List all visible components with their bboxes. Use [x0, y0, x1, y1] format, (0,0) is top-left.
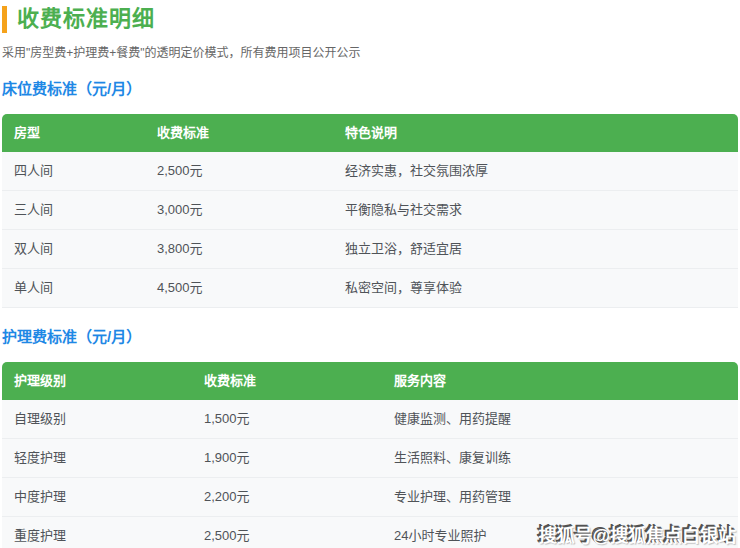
table-row: 双人间 3,800元 独立卫浴，舒适宜居 — [2, 230, 738, 269]
table-row: 自理级别 1,500元 健康监测、用药提醒 — [2, 400, 738, 439]
table-row: 单人间 4,500元 私密空间，尊享体验 — [2, 269, 738, 308]
care-level-cell: 自理级别 — [2, 400, 192, 439]
feature-cell: 经济实惠，社交氛围浓厚 — [333, 152, 738, 191]
price-cell: 3,000元 — [145, 191, 333, 230]
price-cell: 3,800元 — [145, 230, 333, 269]
care-level-cell: 重度护理 — [2, 517, 192, 548]
feature-cell: 独立卫浴，舒适宜居 — [333, 230, 738, 269]
care-level-cell: 轻度护理 — [2, 439, 192, 478]
column-header-room-type: 房型 — [2, 114, 145, 152]
bed-fee-section-heading: 床位费标准（元/月） — [2, 80, 738, 98]
page-title-row: 收费标准明细 — [2, 6, 738, 33]
table-row: 中度护理 2,200元 专业护理、用药管理 — [2, 478, 738, 517]
price-cell: 2,200元 — [192, 478, 382, 517]
room-type-cell: 双人间 — [2, 230, 145, 269]
price-cell: 4,500元 — [145, 269, 333, 308]
care-level-cell: 中度护理 — [2, 478, 192, 517]
bed-fee-table: 房型 收费标准 特色说明 四人间 2,500元 经济实惠，社交氛围浓厚 三人间 … — [2, 114, 738, 308]
table-row: 三人间 3,000元 平衡隐私与社交需求 — [2, 191, 738, 230]
room-type-cell: 四人间 — [2, 152, 145, 191]
service-cell: 专业护理、用药管理 — [382, 478, 738, 517]
table-row: 轻度护理 1,900元 生活照料、康复训练 — [2, 439, 738, 478]
room-type-cell: 三人间 — [2, 191, 145, 230]
column-header-service: 服务内容 — [382, 362, 738, 400]
service-cell: 健康监测、用药提醒 — [382, 400, 738, 439]
service-cell: 生活照料、康复训练 — [382, 439, 738, 478]
price-cell: 1,900元 — [192, 439, 382, 478]
column-header-price: 收费标准 — [192, 362, 382, 400]
title-accent-bar — [2, 6, 7, 33]
page-title: 收费标准明细 — [17, 6, 155, 32]
price-cell: 1,500元 — [192, 400, 382, 439]
feature-cell: 私密空间，尊享体验 — [333, 269, 738, 308]
column-header-feature: 特色说明 — [333, 114, 738, 152]
price-cell: 2,500元 — [145, 152, 333, 191]
column-header-price: 收费标准 — [145, 114, 333, 152]
column-header-care-level: 护理级别 — [2, 362, 192, 400]
sohu-watermark: 搜狐号@搜狐焦点白银站 — [538, 521, 736, 547]
price-cell: 2,500元 — [192, 517, 382, 548]
page-subtitle: 采用"房型费+护理费+餐费"的透明定价模式，所有费用项目公开公示 — [2, 46, 738, 60]
room-type-cell: 单人间 — [2, 269, 145, 308]
table-header-row: 护理级别 收费标准 服务内容 — [2, 362, 738, 400]
feature-cell: 平衡隐私与社交需求 — [333, 191, 738, 230]
fee-standards-page: 收费标准明细 采用"房型费+护理费+餐费"的透明定价模式，所有费用项目公开公示 … — [0, 6, 740, 548]
table-header-row: 房型 收费标准 特色说明 — [2, 114, 738, 152]
care-fee-section-heading: 护理费标准（元/月） — [2, 328, 738, 346]
table-row: 四人间 2,500元 经济实惠，社交氛围浓厚 — [2, 152, 738, 191]
